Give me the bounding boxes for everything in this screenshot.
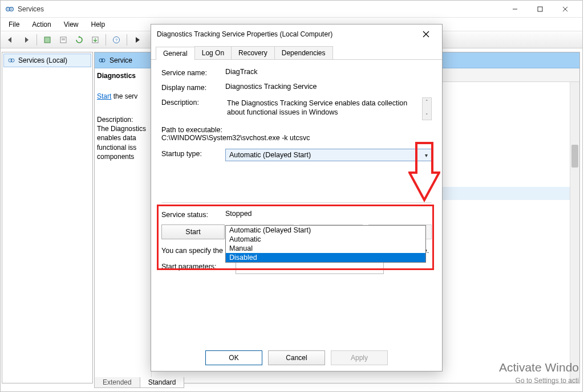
scroll-down-icon[interactable]: ˅ xyxy=(425,113,428,119)
start-link[interactable]: Start xyxy=(97,92,111,100)
startup-type-select[interactable]: Automatic (Delayed Start) ▾ xyxy=(225,149,432,161)
scroll-up-icon[interactable]: ˄ xyxy=(425,99,428,105)
play-icon[interactable] xyxy=(130,33,145,47)
start-params-input[interactable] xyxy=(236,262,384,274)
maximize-button[interactable] xyxy=(528,1,553,17)
label-display-name: Display name: xyxy=(161,83,225,92)
value-service-name: DiagTrack xyxy=(225,68,432,76)
detail-desc-label: Description: xyxy=(97,116,133,124)
detail-title: Diagnostics xyxy=(97,72,136,80)
window-controls xyxy=(502,1,578,17)
label-service-name: Service name: xyxy=(161,68,225,77)
services-icon xyxy=(7,56,15,64)
service-properties-dialog: Diagnostics Tracking Service Properties … xyxy=(151,24,443,371)
tab-dependencies[interactable]: Dependencies xyxy=(274,46,333,59)
menu-help[interactable]: Help xyxy=(86,19,111,30)
dialog-title: Diagnostics Tracking Service Properties … xyxy=(157,30,416,38)
svg-text:?: ? xyxy=(115,38,118,43)
svg-point-3 xyxy=(11,9,12,10)
tab-general[interactable]: General xyxy=(156,47,195,60)
toolbar-separator xyxy=(36,34,37,46)
svg-point-22 xyxy=(102,59,105,62)
tree-root-services[interactable]: Services (Local) xyxy=(3,54,91,67)
start-button[interactable]: Start xyxy=(161,224,225,239)
watermark: Activate Windo xyxy=(499,361,579,374)
startup-option[interactable]: Automatic xyxy=(226,235,425,244)
toolbar-separator xyxy=(127,34,127,46)
label-path: Path to executable: xyxy=(161,126,432,134)
services-app-icon xyxy=(5,5,14,14)
svg-point-2 xyxy=(7,9,9,10)
startup-option[interactable]: Manual xyxy=(226,244,425,253)
chevron-down-icon: ▾ xyxy=(425,152,428,158)
back-button[interactable] xyxy=(3,33,18,47)
tab-extended[interactable]: Extended xyxy=(94,377,140,388)
label-service-status: Service status: xyxy=(161,210,225,219)
minimize-button[interactable] xyxy=(502,1,528,17)
ok-button[interactable]: OK xyxy=(205,350,262,365)
help-icon[interactable]: ? xyxy=(109,33,124,47)
value-service-status: Stopped xyxy=(225,210,432,218)
refresh-icon[interactable] xyxy=(72,33,87,47)
start-suffix: the serv xyxy=(111,92,137,100)
bottom-tabs: Extended Standard xyxy=(94,377,184,388)
service-detail: Diagnostics Start the serv Description: … xyxy=(95,68,152,383)
label-startup-type: Startup type: xyxy=(161,149,225,158)
startup-selected-value: Automatic (Delayed Start) xyxy=(229,151,311,159)
services-icon xyxy=(98,56,106,64)
tree-pane: Services (Local) xyxy=(2,52,93,383)
dialog-tabs: General Log On Recovery Dependencies xyxy=(151,44,442,60)
watermark-sub: Go to Settings to acti xyxy=(516,377,579,385)
startup-type-dropdown: Automatic (Delayed Start) Automatic Manu… xyxy=(225,225,426,263)
menu-action[interactable]: Action xyxy=(26,19,56,30)
startup-option[interactable]: Automatic (Delayed Start) xyxy=(226,226,425,235)
svg-rect-5 xyxy=(538,7,542,11)
toolbar-separator xyxy=(106,34,106,46)
tree-root-label: Services (Local) xyxy=(18,56,67,64)
divider xyxy=(161,202,432,203)
tab-standard[interactable]: Standard xyxy=(140,377,185,388)
tab-recovery[interactable]: Recovery xyxy=(231,46,275,59)
dialog-close-button[interactable] xyxy=(416,26,436,42)
apply-button: Apply xyxy=(331,350,388,365)
label-description: Description: xyxy=(161,97,225,107)
forward-button[interactable] xyxy=(19,33,34,47)
value-description: The Diagnostics Tracking Service enables… xyxy=(225,97,422,120)
svg-rect-8 xyxy=(44,37,50,43)
value-path: C:\WINDOWS\System32\svchost.exe -k utcsv… xyxy=(161,134,432,142)
label-start-params: Start parameters: xyxy=(161,262,236,271)
svg-point-20 xyxy=(11,59,14,62)
services-header-label: Service xyxy=(110,56,132,64)
cancel-button[interactable]: Cancel xyxy=(268,350,325,365)
menu-view[interactable]: View xyxy=(58,19,84,30)
properties-icon[interactable] xyxy=(40,33,55,47)
dialog-title-bar: Diagnostics Tracking Service Properties … xyxy=(151,24,442,44)
tab-logon[interactable]: Log On xyxy=(194,46,232,59)
scrollbar-thumb[interactable] xyxy=(571,145,578,168)
window-title: Services xyxy=(18,5,502,13)
menu-file[interactable]: File xyxy=(3,19,25,30)
table-scrollbar[interactable] xyxy=(570,82,579,383)
export-list-icon[interactable] xyxy=(88,33,103,47)
title-bar: Services xyxy=(1,1,582,18)
export-icon[interactable] xyxy=(56,33,71,47)
value-display-name: Diagnostics Tracking Service xyxy=(225,83,432,91)
description-scroll[interactable]: ˄ ˅ xyxy=(422,97,432,120)
startup-option-disabled[interactable]: Disabled xyxy=(226,253,425,262)
close-button[interactable] xyxy=(553,1,578,17)
detail-desc-text: The Diagnostics enables data functional … xyxy=(97,125,146,161)
